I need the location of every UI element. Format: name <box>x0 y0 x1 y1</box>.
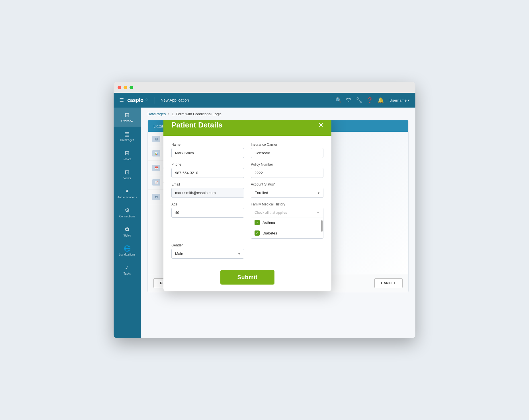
policy-label: Policy Number <box>251 162 323 166</box>
modal-header: Patient Details ✕ <box>163 120 331 136</box>
sidebar-item-views[interactable]: ⊡ Views <box>114 165 141 184</box>
hamburger-icon[interactable]: ☰ <box>119 97 124 103</box>
phone-input[interactable] <box>171 168 244 178</box>
sidebar: ⊞ Overview ▤ DataPages ⊞ Tables ⊡ Views … <box>114 108 141 338</box>
insurance-label: Insurance Carrier <box>251 143 323 147</box>
form-group-account-status: Account Status* Enrolled Active Inactive <box>251 182 323 198</box>
title-bar <box>114 82 415 93</box>
sidebar-item-styles[interactable]: ✿ Styles <box>114 222 141 241</box>
checkbox-dropdown-icon: ▼ <box>316 211 320 215</box>
checkbox-header[interactable]: Check all that applies ▼ <box>251 208 323 217</box>
name-input[interactable] <box>171 148 244 158</box>
form-group-name: Name <box>171 143 244 158</box>
account-status-wrapper: Enrolled Active Inactive <box>251 188 323 198</box>
sidebar-item-overview[interactable]: ⊞ Overview <box>114 108 141 127</box>
sidebar-label-tables: Tables <box>123 158 131 161</box>
diabetes-check-icon: ✓ <box>255 230 260 236</box>
caspio-dot: ⁘ <box>145 97 149 103</box>
minimize-button[interactable] <box>124 86 127 89</box>
checkbox-item-asthma[interactable]: ✓ Asthma <box>251 217 323 228</box>
breadcrumb-separator: › <box>168 112 169 116</box>
tasks-icon: ✓ <box>125 264 130 271</box>
breadcrumb: DataPages › 1. Form with Conditional Log… <box>141 108 415 120</box>
styles-icon: ✿ <box>125 226 130 233</box>
overview-icon: ⊞ <box>125 112 130 118</box>
cancel-button[interactable]: CANCEL <box>374 278 403 288</box>
checkbox-placeholder: Check all that applies <box>255 211 287 215</box>
age-label: Age <box>171 202 244 206</box>
insurance-input[interactable] <box>251 148 323 158</box>
sidebar-item-tables[interactable]: ⊞ Tables <box>114 146 141 165</box>
connections-icon: ⚙ <box>125 207 130 214</box>
modal-footer: Submit <box>163 265 331 291</box>
views-icon: ⊡ <box>125 169 130 176</box>
caspio-text: caspio <box>127 97 143 103</box>
gender-label: Gender <box>171 243 244 247</box>
nav-divider <box>155 97 155 104</box>
form-group-age: Age <box>171 202 244 239</box>
username-label: Username <box>389 98 407 102</box>
forms-nav-icon: ▤ <box>152 136 160 142</box>
asthma-check-icon: ✓ <box>255 220 260 225</box>
gender-select[interactable]: Male Female Other <box>171 249 244 259</box>
policy-input[interactable] <box>251 168 323 178</box>
close-button[interactable] <box>118 86 121 89</box>
tools-icon[interactable]: 🔧 <box>356 97 362 103</box>
mac-window: ☰ caspio⁘ New Application 🔍 🛡 🔧 ❓ 🔔 User… <box>114 82 415 338</box>
breadcrumb-parent[interactable]: DataPages <box>147 112 166 116</box>
main-content: DataPages › 1. Form with Conditional Log… <box>141 108 415 338</box>
chevron-down-icon: ▾ <box>408 98 410 102</box>
search-icon[interactable]: 🔍 <box>335 97 342 103</box>
username-menu[interactable]: Username ▾ <box>389 98 410 102</box>
sidebar-item-tasks[interactable]: ✓ Tasks <box>114 260 141 279</box>
sidebar-label-styles: Styles <box>123 234 131 237</box>
localizations-icon: 🌐 <box>124 245 131 252</box>
form-group-insurance: Insurance Carrier <box>251 143 323 158</box>
help-icon[interactable]: ❓ <box>367 97 373 103</box>
breadcrumb-current: 1. Form with Conditional Logic <box>172 112 222 116</box>
content-area: DataPage Wizard - DataPage Type ▤ Forms … <box>141 120 415 338</box>
patient-details-modal: Patient Details ✕ Name Insurance Carrier <box>163 120 331 291</box>
modal-close-button[interactable]: ✕ <box>318 122 323 128</box>
sidebar-label-auth: Authentications <box>117 196 137 199</box>
tables-icon: ⊞ <box>125 150 130 157</box>
sidebar-label-datapages: DataPages <box>120 139 134 142</box>
sidebar-item-datapages[interactable]: ▤ DataPages <box>114 127 141 146</box>
asthma-label: Asthma <box>263 221 275 225</box>
email-input[interactable] <box>171 188 244 198</box>
form-group-gender: Gender Male Female Other <box>171 243 244 259</box>
bell-icon[interactable]: 🔔 <box>378 97 384 103</box>
family-history-label: Family Medical History <box>251 202 323 206</box>
gender-wrapper: Male Female Other <box>171 249 244 259</box>
calendars-nav-icon: 📅 <box>152 165 160 171</box>
checkbox-item-diabetes[interactable]: ✓ Diabetes <box>251 228 323 238</box>
scrollbar[interactable] <box>321 220 323 232</box>
sidebar-item-connections[interactable]: ⚙ Connections <box>114 203 141 222</box>
auth-icon: ✦ <box>125 188 130 195</box>
age-input[interactable] <box>171 208 244 218</box>
caspio-logo: caspio⁘ <box>127 97 149 103</box>
sidebar-item-localizations[interactable]: 🌐 Localizations <box>114 241 141 260</box>
submit-button[interactable]: Submit <box>220 270 275 285</box>
modal-title: Patient Details <box>171 121 222 129</box>
sidebar-item-authentications[interactable]: ✦ Authentications <box>114 184 141 203</box>
email-label: Email <box>171 182 244 186</box>
reports-nav-icon: 📊 <box>152 150 160 157</box>
account-status-select[interactable]: Enrolled Active Inactive <box>251 188 323 198</box>
shield-icon[interactable]: 🛡 <box>346 97 351 103</box>
app-name: New Application <box>161 98 189 102</box>
sidebar-label-overview: Overview <box>121 120 133 123</box>
sidebar-label-loc: Localizations <box>119 253 136 256</box>
charts-nav-icon: 📈 <box>152 179 160 186</box>
diabetes-label: Diabetes <box>263 231 277 235</box>
form-group-policy: Policy Number <box>251 162 323 178</box>
modal-body: Name Insurance Carrier Phone <box>163 136 331 265</box>
name-label: Name <box>171 143 244 147</box>
form-group-family-history: Family Medical History Check all that ap… <box>251 202 323 239</box>
sidebar-label-tasks: Tasks <box>124 272 131 275</box>
phone-label: Phone <box>171 162 244 166</box>
maximize-button[interactable] <box>130 86 133 89</box>
family-history-checkbox-group: Check all that applies ▼ ✓ Asthma <box>251 208 323 239</box>
html-nav-icon: </> <box>152 194 160 200</box>
sidebar-label-connections: Connections <box>119 215 135 218</box>
